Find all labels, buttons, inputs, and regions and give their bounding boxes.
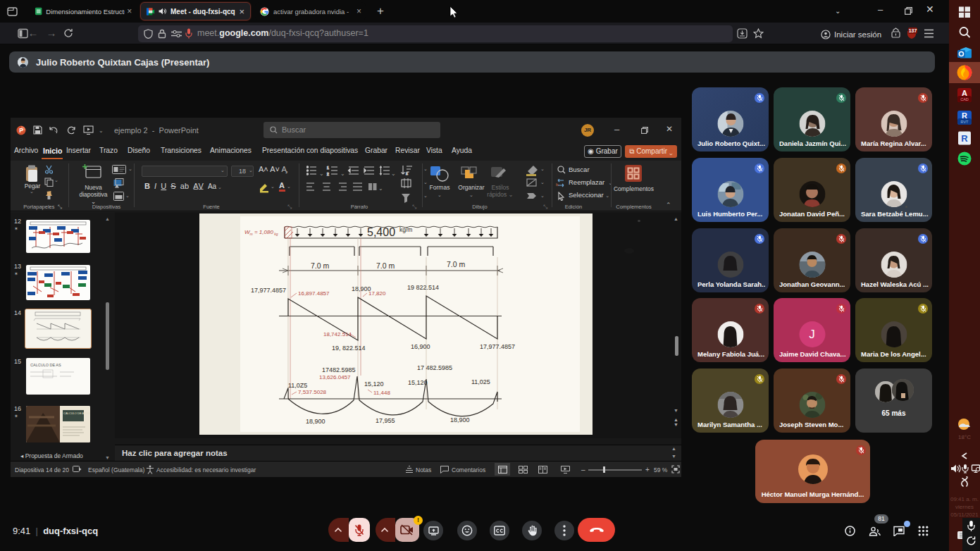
svg-text:17,977.4857: 17,977.4857 [251,287,286,294]
svg-text:13,626.0457: 13,626.0457 [319,374,351,380]
svg-text:5,400: 5,400 [367,226,395,238]
svg-text:RVT: RVT [961,120,969,124]
svg-text:R: R [962,111,967,120]
svg-text:17,977.4857: 17,977.4857 [480,343,515,350]
svg-text:CALCULO DE AS: CALCULO DE AS [30,363,61,367]
svg-text:11,0Z5: 11,0Z5 [288,382,307,389]
svg-text:⌄: ⌄ [319,171,324,177]
svg-text:7,537.5028: 7,537.5028 [298,389,327,395]
svg-text:z: z [406,171,408,175]
svg-text:17,820: 17,820 [368,290,386,297]
svg-text:17,955: 17,955 [376,417,395,424]
svg-text:CALCULO DE ARMADO: CALCULO DE ARMADO [63,411,90,415]
svg-text:19, 822.514: 19, 822.514 [332,345,366,352]
svg-text:CAD: CAD [960,97,969,101]
svg-text:7.0 m: 7.0 m [376,261,395,270]
svg-text:⌄: ⌄ [340,171,345,177]
svg-text:17 482.5985: 17 482.5985 [417,364,452,371]
svg-text:17482.5985: 17482.5985 [322,366,356,373]
svg-text:7.0 m: 7.0 m [311,261,330,270]
svg-text:7.0 m: 7.0 m [447,260,466,268]
svg-text:19 822.514: 19 822.514 [407,284,439,291]
svg-text:11,448: 11,448 [373,390,390,396]
svg-text:Wm = 1,080 kg: Wm = 1,080 kg [244,229,278,236]
svg-text:A: A [962,89,967,97]
svg-text:18,742.514: 18,742.514 [323,331,352,338]
svg-text:18,900: 18,900 [450,416,470,423]
svg-text:2: 2 [327,172,329,176]
svg-text:kg/m: kg/m [399,226,412,233]
svg-text:16,897.4857: 16,897.4857 [298,290,330,297]
svg-text:15,120: 15,120 [364,380,384,388]
svg-text:b: b [556,182,559,187]
svg-text:⌄: ⌄ [391,171,396,177]
svg-text:1: 1 [327,166,329,170]
svg-text:18,900: 18,900 [306,418,325,425]
svg-text:16,900: 16,900 [411,343,430,350]
svg-text:15,120: 15,120 [408,379,428,386]
svg-text:R: R [961,133,968,144]
svg-text:P: P [19,127,23,134]
svg-text:137: 137 [909,28,917,33]
svg-text:11,025: 11,025 [471,378,490,385]
svg-text:⌄: ⌄ [378,185,383,192]
